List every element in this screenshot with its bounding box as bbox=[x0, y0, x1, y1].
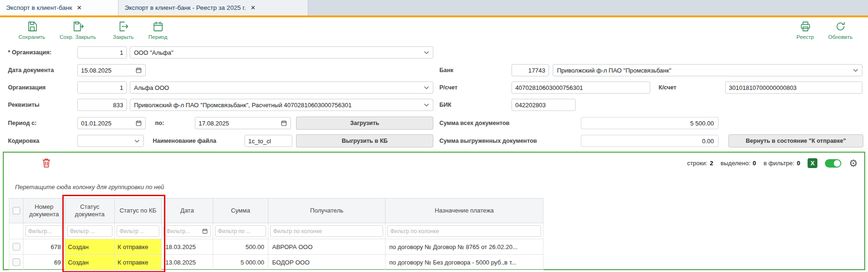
period-from-input[interactable] bbox=[81, 120, 134, 127]
trash-icon bbox=[41, 157, 52, 169]
table-row[interactable]: 69 Создан К отправке 13.08.2025 5 000.00… bbox=[9, 255, 543, 270]
chevron-down-icon bbox=[134, 140, 140, 143]
row-select-cell bbox=[9, 255, 23, 270]
filename-label: Наименование файла bbox=[153, 138, 216, 144]
column-header-purpose[interactable]: Назначение платежа bbox=[386, 198, 543, 223]
filename-input[interactable] bbox=[245, 135, 292, 147]
refresh-label: Обновить bbox=[828, 34, 853, 40]
organization2-code-input[interactable] bbox=[77, 81, 127, 94]
close-form-icon bbox=[118, 21, 129, 32]
period-from-field[interactable] bbox=[77, 117, 146, 129]
organization-combo-value: ООО "Альфа" bbox=[134, 49, 424, 56]
column-header-number[interactable]: Номер документа bbox=[23, 198, 65, 223]
save-close-icon bbox=[72, 21, 84, 32]
save-button[interactable]: Сохранить bbox=[10, 21, 53, 40]
cell-kb-status: К отправке bbox=[115, 255, 162, 270]
column-header-recipient[interactable]: Получатель bbox=[268, 198, 386, 223]
calendar-icon bbox=[152, 21, 164, 32]
period-button[interactable]: Период bbox=[136, 21, 179, 40]
filter-date-input[interactable] bbox=[166, 228, 200, 235]
row-checkbox[interactable] bbox=[13, 243, 20, 250]
bik-label: БИК bbox=[439, 102, 452, 108]
calendar-icon[interactable] bbox=[281, 120, 287, 126]
cell-sum: 500.00 bbox=[213, 239, 268, 255]
filter-doc-status-input[interactable] bbox=[70, 228, 110, 235]
printer-icon bbox=[800, 21, 811, 32]
refresh-icon bbox=[835, 21, 846, 32]
filter-kb-status-input[interactable] bbox=[119, 228, 156, 235]
filtered-count-value: 0 bbox=[797, 160, 800, 167]
export-to-kb-button[interactable]: Выгрузить в КБ bbox=[296, 134, 433, 147]
requisites-code-input[interactable] bbox=[77, 99, 127, 111]
column-header-kb-status[interactable]: Статус по КБ bbox=[115, 198, 162, 223]
selected-count: выделено:0 bbox=[720, 160, 756, 167]
filter-number-input[interactable] bbox=[28, 228, 60, 235]
column-header-doc-status[interactable]: Статус документа bbox=[65, 198, 115, 223]
settlement-account-label: Р/счет bbox=[439, 84, 458, 91]
calendar-icon[interactable] bbox=[135, 67, 142, 74]
filter-row bbox=[9, 223, 543, 239]
row-checkbox[interactable] bbox=[13, 258, 20, 266]
settlement-account-input[interactable] bbox=[512, 81, 650, 94]
sum-all-label: Сумма всех документов bbox=[439, 120, 510, 126]
bik-input[interactable] bbox=[512, 99, 576, 111]
documents-grid-panel: строки:2 выделено:0 в фильтре:0 X ⚙ Пере… bbox=[3, 152, 865, 270]
table-header-row: Номер документа Статус документа Статус … bbox=[9, 198, 543, 223]
tab-close-icon[interactable]: ✕ bbox=[77, 4, 82, 11]
selected-count-label: выделено: bbox=[720, 160, 750, 167]
filter-toggle-switch[interactable] bbox=[825, 159, 841, 168]
tab-label: Экспорт в клиент-банк - Реестр за 2025 г… bbox=[125, 4, 246, 11]
organization-required-label: * Организация: bbox=[8, 49, 52, 56]
save-close-label: Сохр. Закрыть bbox=[59, 34, 96, 40]
cell-number: 69 bbox=[23, 255, 65, 270]
return-to-send-state-button[interactable]: Вернуть в состояние "К отправке" bbox=[728, 134, 863, 147]
filter-sum-input[interactable] bbox=[218, 228, 263, 235]
organization-combo[interactable]: ООО "Альфа" bbox=[130, 46, 433, 59]
tab-close-icon[interactable]: ✕ bbox=[251, 4, 256, 11]
excel-export-icon[interactable]: X bbox=[808, 158, 817, 168]
period-label: Период bbox=[148, 34, 167, 40]
bank-combo-value: Приволжский ф-л ПАО "Промсвязьбанк" bbox=[557, 67, 853, 74]
period-to-label: по: bbox=[155, 120, 164, 126]
bank-code-input[interactable] bbox=[512, 64, 549, 76]
organization2-combo[interactable]: Альфа ООО bbox=[130, 81, 433, 94]
app-window: Экспорт в клиент-банк ✕ Экспорт в клиент… bbox=[0, 0, 868, 272]
corr-account-input[interactable] bbox=[725, 81, 862, 94]
bank-combo[interactable]: Приволжский ф-л ПАО "Промсвязьбанк" bbox=[553, 64, 862, 76]
filter-purpose-input[interactable] bbox=[390, 228, 538, 235]
sum-exported-value: 0.00 bbox=[581, 135, 719, 147]
doc-date-input[interactable] bbox=[81, 67, 134, 74]
column-header-date[interactable]: Дата bbox=[162, 198, 213, 223]
cell-date: 13.08.2025 bbox=[162, 255, 213, 270]
cell-recipient: АВРОРА ООО bbox=[268, 239, 386, 255]
period-to-input[interactable] bbox=[199, 120, 279, 127]
select-all-checkbox[interactable] bbox=[13, 207, 20, 214]
bank-label: Банк bbox=[439, 67, 453, 74]
refresh-button[interactable]: Обновить bbox=[819, 21, 862, 40]
filter-empty-cell bbox=[9, 223, 23, 239]
requisites-label: Реквизиты bbox=[8, 102, 39, 108]
encoding-combo[interactable] bbox=[77, 135, 144, 147]
calendar-icon[interactable] bbox=[135, 120, 142, 126]
cell-date: 18.03.2025 bbox=[162, 239, 213, 255]
registry-label: Реестр bbox=[796, 34, 814, 40]
cell-purpose: по договору № Без договора - 5000 руб.,в… bbox=[386, 255, 543, 270]
requisites-combo[interactable]: Приволжский ф-л ПАО "Промсвязьбанк", Рас… bbox=[130, 99, 433, 111]
filtered-count-label: в фильтре: bbox=[764, 160, 794, 167]
tab-export-client-bank[interactable]: Экспорт в клиент-банк ✕ bbox=[0, 0, 119, 15]
tab-label: Экспорт в клиент-банк bbox=[6, 4, 72, 11]
cell-doc-status: Создан bbox=[65, 255, 115, 270]
settings-gear-icon[interactable]: ⚙ bbox=[849, 158, 858, 168]
column-header-sum[interactable]: Сумма bbox=[213, 198, 268, 223]
organization-code-input[interactable] bbox=[77, 46, 127, 59]
save-close-button[interactable]: Сохр. Закрыть bbox=[56, 21, 99, 40]
doc-date-field[interactable] bbox=[77, 64, 146, 76]
table-row[interactable]: 678 Создан К отправке 18.03.2025 500.00 … bbox=[9, 239, 543, 255]
tab-export-registry-2025[interactable]: Экспорт в клиент-банк - Реестр за 2025 г… bbox=[119, 0, 308, 15]
delete-rows-button[interactable] bbox=[41, 157, 52, 169]
sum-exported-label: Сумма выгруженных документов bbox=[439, 138, 537, 144]
calendar-icon[interactable] bbox=[202, 228, 208, 234]
load-button[interactable]: Загрузить bbox=[296, 117, 433, 130]
filter-recipient-input[interactable] bbox=[273, 228, 380, 235]
period-to-field[interactable] bbox=[195, 117, 291, 129]
